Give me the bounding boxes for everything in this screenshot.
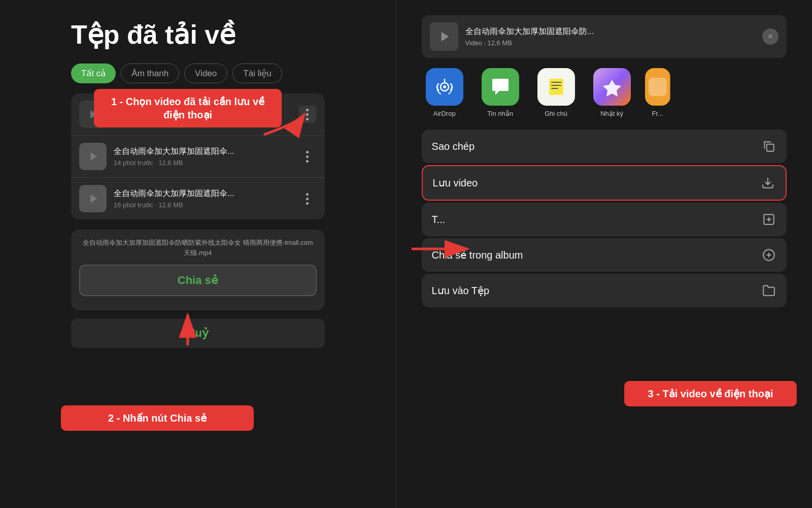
generic-icon — [761, 212, 776, 227]
filter-tabs: Tất cả Âm thanh Video Tài liệu — [71, 64, 325, 83]
file-info-2: 全自动雨伞加大加厚加固遮阳伞... 14 phút trước · 12,6 M… — [114, 146, 298, 167]
annotation-step-1: 1 - Chọn video đã tải cần lưu về điện th… — [94, 89, 282, 128]
share-panel-filename: 全自动雨伞加大加厚加固遮阳伞防晒防紫外线太阳伞女 晴雨两用便携-tmall.co… — [79, 238, 317, 258]
svg-rect-4 — [549, 79, 563, 95]
action-generic[interactable]: T... — [422, 203, 787, 236]
close-button[interactable]: × — [762, 28, 779, 45]
save-video-icon — [760, 175, 775, 190]
svg-rect-5 — [551, 82, 561, 83]
airdrop-label: AirDrop — [433, 110, 456, 117]
cancel-button[interactable]: Huỷ — [71, 319, 325, 348]
action-save-file-label: Lưu vào Tệp — [432, 284, 490, 297]
annotation-step-2: 2 - Nhấn nút Chia sẻ — [61, 405, 254, 431]
file-name-3: 全自动雨伞加大加厚加固遮阳伞... — [114, 188, 298, 199]
messages-icon-bg — [482, 68, 519, 106]
action-list: Sao chép Lưu video T... — [422, 130, 787, 308]
file-name-2: 全自动雨伞加大加厚加固遮阳伞... — [114, 146, 298, 157]
annotation-step-3: 3 - Tải video về điện thoại — [624, 381, 797, 406]
action-copy[interactable]: Sao chép — [422, 130, 787, 163]
video-preview-title: 全自动雨伞加大加厚加固遮阳伞防... — [465, 26, 762, 37]
dots-icon-2 — [306, 151, 309, 163]
file-thumb-3 — [79, 185, 107, 212]
file-thumb-2 — [79, 143, 107, 170]
svg-rect-7 — [551, 88, 558, 89]
notes-icon-bg — [537, 68, 575, 106]
page-title: Tệp đã tải về — [71, 20, 325, 49]
video-preview-thumb — [430, 22, 458, 51]
svg-rect-9 — [767, 144, 774, 151]
action-save-file[interactable]: Lưu vào Tệp — [422, 274, 787, 307]
action-share-album-label: Chia sẻ trong album — [432, 249, 523, 261]
filter-tab-all[interactable]: Tất cả — [71, 64, 116, 83]
airdrop-svg-icon — [433, 76, 456, 98]
file-item-2[interactable]: 全自动雨伞加大加厚加固遮阳伞... 14 phút trước · 12,6 M… — [71, 136, 325, 178]
app-icons-row: AirDrop Tin nhắn Ghi chú — [422, 68, 787, 117]
app-icon-messages[interactable]: Tin nhắn — [478, 68, 523, 117]
share-panel: 全自动雨伞加大加厚加固遮阳伞防晒防紫外线太阳伞女 晴雨两用便携-tmall.co… — [71, 230, 325, 310]
action-copy-label: Sao chép — [432, 141, 475, 152]
filter-tab-docs[interactable]: Tài liệu — [232, 64, 282, 83]
right-panel: 全自动雨伞加大加厚加固遮阳伞防... Video · 12,6 MB × Air… — [396, 0, 812, 508]
action-save-video[interactable]: Lưu video — [422, 165, 787, 201]
messages-label: Tin nhắn — [487, 110, 513, 117]
nhatky-label: Nhật ký — [600, 110, 623, 117]
svg-rect-8 — [649, 78, 667, 96]
partial-icon-bg — [645, 68, 670, 106]
partial-label: Fr... — [652, 110, 663, 117]
file-meta-2: 14 phút trước · 12,6 MB — [114, 159, 298, 167]
app-icon-nhatky[interactable]: Nhật ký — [589, 68, 635, 117]
action-save-video-label: Lưu video — [433, 177, 478, 189]
filter-tab-video[interactable]: Video — [184, 64, 227, 83]
notes-label: Ghi chú — [545, 110, 567, 117]
file-info-3: 全自动雨伞加大加厚加固遮阳伞... 16 phút trước · 12,6 M… — [114, 188, 298, 209]
action-share-album[interactable]: Chia sẻ trong album — [422, 238, 787, 272]
file-menu-btn-1[interactable] — [298, 105, 317, 123]
left-panel: Tệp đã tải về Tất cả Âm thanh Video Tài … — [0, 0, 396, 508]
album-icon — [761, 247, 776, 263]
app-icon-notes[interactable]: Ghi chú — [533, 68, 579, 117]
share-button[interactable]: Chia sẻ — [79, 265, 317, 296]
video-preview-info: 全自动雨伞加大加厚加固遮阳伞防... Video · 12,6 MB — [465, 26, 762, 47]
file-meta-3: 16 phút trước · 12,6 MB — [114, 201, 298, 209]
nhatky-icon-bg — [593, 68, 631, 106]
filter-tab-audio[interactable]: Âm thanh — [121, 64, 179, 83]
action-generic-label: T... — [432, 214, 446, 226]
svg-point-3 — [443, 85, 446, 88]
video-preview-header: 全自动雨伞加大加厚加固遮阳伞防... Video · 12,6 MB × — [422, 15, 787, 58]
video-preview-meta: Video · 12,6 MB — [465, 39, 762, 47]
airdrop-icon-bg — [426, 68, 463, 106]
folder-icon — [761, 283, 776, 298]
file-menu-btn-3[interactable] — [298, 189, 317, 208]
dots-icon-1 — [306, 109, 309, 120]
app-icon-airdrop[interactable]: AirDrop — [422, 68, 467, 117]
messages-svg-icon — [489, 76, 512, 98]
dots-icon-3 — [306, 193, 309, 205]
partial-svg-icon — [647, 76, 669, 98]
nhatky-svg-icon — [601, 76, 623, 98]
file-item-3[interactable]: 全自动雨伞加大加厚加固遮阳伞... 16 phút trước · 12,6 M… — [71, 178, 325, 219]
svg-rect-6 — [551, 85, 561, 86]
notes-svg-icon — [545, 76, 567, 98]
file-menu-btn-2[interactable] — [298, 147, 317, 166]
copy-icon — [761, 139, 776, 154]
app-icon-partial[interactable]: Fr... — [645, 68, 670, 117]
